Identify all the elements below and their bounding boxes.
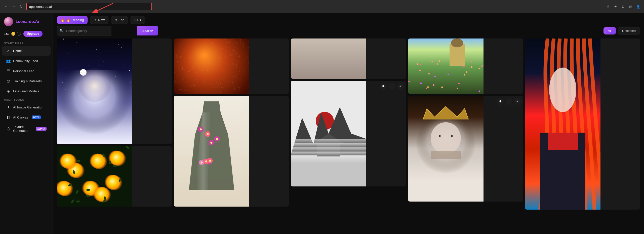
up-icon: ⬆ [115, 18, 117, 22]
gallery-item-7[interactable] [174, 96, 289, 207]
gallery-item-4[interactable] [408, 38, 523, 94]
sidebar-item-community-label: Community Feed [13, 59, 38, 63]
gallery-item-8[interactable]: ✱ ⋯ ⤢ [408, 96, 523, 202]
redhead-art [525, 38, 600, 210]
sidebar-item-texture-label: Texture Generation [13, 125, 32, 133]
sidebar-item-personal-label: Personal Feed [13, 69, 34, 73]
edit-icon-1[interactable]: ✱ [146, 41, 153, 48]
training-icon: ◎ [6, 79, 11, 83]
browser-actions: ⎙ ★ ⚙ ▤ 👤 [605, 4, 641, 9]
share-icon[interactable]: ⎙ [605, 4, 611, 9]
trending-filter[interactable]: 🔥 🔥 Trending [57, 16, 88, 24]
edit-icon-3[interactable]: ✱ [380, 83, 387, 90]
gallery-item-2[interactable] [174, 38, 289, 94]
browser-chrome: ← → ↻ ⎙ ★ ⚙ ▤ 👤 [0, 0, 644, 13]
sidebar-item-texture-gen[interactable]: ⬡ Texture Generation ALPHA [2, 123, 51, 135]
ai-image-icon: ✦ [6, 105, 11, 109]
token-icon: 🪙 [11, 32, 15, 36]
canvas-icon: ◧ [6, 115, 11, 120]
start-here-label: Start Here [0, 40, 53, 46]
address-bar[interactable] [26, 3, 152, 10]
animal-art [174, 38, 249, 94]
sidebar-item-ai-image-gen[interactable]: ✦ AI Image Generation [2, 102, 51, 112]
forward-button[interactable]: → [11, 4, 17, 10]
view-toggles: All Upscaled [603, 27, 640, 34]
all-dropdown[interactable]: All ▾ [131, 16, 145, 24]
bookmark-icon[interactable]: ★ [613, 4, 618, 9]
main-content: 🔥 🔥 Trending ✦ New ⬆ Top All ▾ 🔍 Search [53, 13, 644, 234]
token-count: 150 [4, 32, 10, 36]
sidebar-item-training-label: Training & Datasets [13, 79, 42, 83]
sidebar-item-finetuned-models[interactable]: ◈ Finetuned Models [2, 86, 51, 96]
alpha-badge: ALPHA [36, 127, 47, 131]
sidebar-item-personal-feed[interactable]: ☰ Personal Feed [2, 66, 51, 76]
back-button[interactable]: ← [3, 4, 9, 10]
expand-icon-8[interactable]: ⤢ [514, 98, 521, 105]
sidebar-item-home-label: Home [13, 49, 22, 53]
gallery: ✱ ⋯ ⤢ [53, 38, 644, 234]
top-filter[interactable]: ⬆ Top [111, 16, 128, 24]
bottle-art [174, 96, 249, 207]
profile-icon[interactable]: 👤 [635, 4, 641, 9]
sidebar-item-canvas-label: AI Canvas [13, 115, 28, 119]
edit-icon-8[interactable]: ✱ [497, 98, 504, 105]
fire-icon: 🔥 [61, 18, 65, 22]
gallery-item-6[interactable] [57, 146, 172, 207]
upscaled-view-button[interactable]: Upscaled [618, 27, 640, 34]
new-filter[interactable]: ✦ New [90, 16, 108, 24]
refresh-button[interactable]: ↻ [18, 4, 24, 10]
gallery-item-5[interactable] [525, 38, 640, 210]
search-magnifier-icon: 🔍 [59, 29, 64, 33]
gallery-col-2 [174, 38, 289, 210]
chevron-down-icon: ▾ [140, 18, 141, 22]
expand-icon-1[interactable]: ⤢ [163, 41, 170, 48]
search-button[interactable]: Search [137, 26, 158, 35]
search-input[interactable] [57, 26, 111, 35]
extensions-icon[interactable]: ⚙ [620, 4, 626, 9]
avatar [4, 17, 13, 26]
gallery-col-4: ✱ ⋯ ⤢ [408, 38, 523, 210]
models-icon: ◈ [6, 89, 11, 93]
hiker-art [408, 38, 484, 94]
lemons-art [57, 146, 132, 207]
item-overlay-8: ✱ ⋯ ⤢ [408, 96, 523, 202]
token-bar: 150 🪙 ? Upgrade [0, 29, 53, 40]
help-icon[interactable]: ? [17, 32, 21, 36]
top-center-art [291, 38, 366, 79]
texture-icon: ⬡ [6, 127, 11, 131]
top-bar: 🔥 🔥 Trending ✦ New ⬆ Top All ▾ [53, 13, 644, 26]
sidebar-item-models-label: Finetuned Models [13, 89, 39, 93]
personal-icon: ☰ [6, 69, 11, 73]
all-view-button[interactable]: All [603, 27, 616, 34]
app-wrapper: Leonardo.Ai 150 🪙 ? Upgrade Start Here ⌂… [0, 13, 644, 234]
sidebar-item-home[interactable]: ⌂ Home [2, 46, 51, 56]
upgrade-button[interactable]: Upgrade [23, 31, 43, 37]
browser-nav-buttons: ← → ↻ [3, 4, 24, 10]
expand-icon-3[interactable]: ⤢ [397, 83, 404, 90]
gallery-grid: ✱ ⋯ ⤢ [57, 38, 640, 210]
search-input-wrap: 🔍 [57, 26, 137, 35]
item-overlay-3: ✱ ⋯ ⤢ [291, 81, 406, 186]
gallery-col-5 [525, 38, 640, 210]
wand-icon-1[interactable]: ⋯ [154, 41, 161, 48]
gallery-item-3[interactable]: ✱ ⋯ ⤢ [291, 81, 406, 186]
wand-icon-3[interactable]: ⋯ [388, 83, 395, 90]
wand-icon-8[interactable]: ⋯ [505, 98, 512, 105]
home-icon: ⌂ [6, 49, 11, 53]
sidebar-item-ai-canvas[interactable]: ◧ AI Canvas BETA [2, 112, 51, 122]
gallery-col-1: ✱ ⋯ ⤢ [57, 38, 172, 210]
gallery-col-3: ✱ ⋯ ⤢ [291, 38, 406, 210]
sidebar-item-training-datasets[interactable]: ◎ Training & Datasets [2, 76, 51, 86]
sidebar-toggle-icon[interactable]: ▤ [628, 4, 633, 9]
sidebar-item-ai-image-label: AI Image Generation [13, 105, 43, 109]
brand-name: Leonardo.Ai [16, 19, 39, 24]
beta-badge: BETA [32, 115, 41, 119]
sparkle-icon: ✦ [94, 18, 97, 22]
sidebar-item-community-feed[interactable]: 👥 Community Feed [2, 56, 51, 66]
gallery-item-1[interactable]: ✱ ⋯ ⤢ [57, 38, 172, 144]
sidebar-header: Leonardo.Ai [0, 13, 53, 29]
user-tools-label: User Tools [0, 96, 53, 102]
search-row: 🔍 Search All Upscaled [53, 26, 644, 38]
sidebar: Leonardo.Ai 150 🪙 ? Upgrade Start Here ⌂… [0, 13, 53, 234]
gallery-item-top-center[interactable] [291, 38, 406, 79]
